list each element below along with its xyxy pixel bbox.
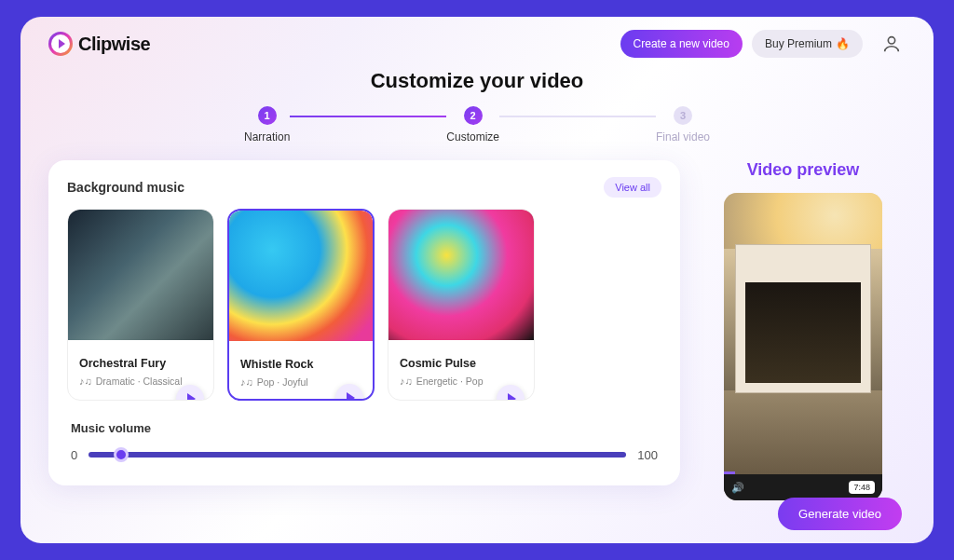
step-circle: 3 <box>674 106 692 125</box>
card-title: Background music <box>67 180 184 195</box>
header: Clipwise Create a new video Buy Premium … <box>20 17 934 65</box>
track-artwork <box>229 211 373 341</box>
play-icon <box>508 393 516 401</box>
preview-artwork <box>724 390 882 474</box>
step-narration[interactable]: 1 Narration <box>244 106 290 143</box>
track-card[interactable]: Orchestral Fury ♪♫Dramatic · Classical <box>67 209 214 401</box>
buy-premium-button[interactable]: Buy Premium 🔥 <box>752 30 863 58</box>
step-label: Narration <box>244 130 290 143</box>
play-icon <box>347 392 355 401</box>
step-connector <box>290 116 446 117</box>
video-controls: 🔊 7:48 <box>724 474 882 500</box>
fire-icon: 🔥 <box>836 37 850 50</box>
buy-premium-label: Buy Premium <box>765 37 832 50</box>
track-tags: Energetic · Pop <box>416 376 484 387</box>
video-duration: 7:48 <box>849 481 875 494</box>
track-title: Whistle Rock <box>240 358 363 371</box>
volume-max: 100 <box>637 448 658 462</box>
step-connector <box>499 116 656 117</box>
stepper: 1 Narration 2 Customize 3 Final video <box>244 106 710 143</box>
track-tags: Dramatic · Classical <box>96 376 183 387</box>
app-window: Clipwise Create a new video Buy Premium … <box>20 17 934 543</box>
preview-title: Video preview <box>701 160 906 180</box>
music-note-icon: ♪♫ <box>79 376 92 387</box>
play-logo-icon <box>48 32 73 56</box>
music-note-icon: ♪♫ <box>400 376 413 387</box>
brand-name: Clipwise <box>78 34 150 55</box>
background-music-card: Background music View all Orchestral Fur… <box>48 160 680 485</box>
track-title: Cosmic Pulse <box>400 357 525 370</box>
svg-point-0 <box>888 37 894 44</box>
page-title: Customize your video <box>20 69 934 93</box>
track-artwork <box>68 210 213 340</box>
create-video-button[interactable]: Create a new video <box>620 30 743 58</box>
step-label: Final video <box>656 130 710 143</box>
slider-track <box>89 452 626 458</box>
preview-artwork <box>724 193 882 249</box>
track-card[interactable]: Whistle Rock ♪♫Pop · Joyful <box>227 209 375 401</box>
slider-thumb[interactable] <box>114 447 129 462</box>
account-avatar[interactable] <box>878 30 906 58</box>
video-preview[interactable]: ZARA 🔊 7:48 <box>724 193 882 500</box>
step-label: Customize <box>446 130 499 143</box>
step-customize[interactable]: 2 Customize <box>446 106 499 143</box>
volume-min: 0 <box>71 448 77 462</box>
track-card[interactable]: Cosmic Pulse ♪♫Energetic · Pop <box>388 209 535 401</box>
track-title: Orchestral Fury <box>79 357 204 370</box>
preview-artwork: ZARA <box>735 244 871 393</box>
step-final-video[interactable]: 3 Final video <box>656 106 710 143</box>
generate-video-button[interactable]: Generate video <box>778 498 902 530</box>
play-icon <box>187 393 196 401</box>
view-all-button[interactable]: View all <box>604 177 661 198</box>
step-circle: 1 <box>258 106 277 125</box>
brand-logo[interactable]: Clipwise <box>48 32 150 56</box>
volume-title: Music volume <box>71 421 658 435</box>
step-circle: 2 <box>464 106 483 125</box>
volume-slider[interactable] <box>89 446 626 463</box>
track-artwork <box>388 210 534 340</box>
volume-icon[interactable]: 🔊 <box>731 482 744 494</box>
user-icon <box>881 34 902 54</box>
track-tags: Pop · Joyful <box>257 376 308 388</box>
music-note-icon: ♪♫ <box>240 376 253 388</box>
